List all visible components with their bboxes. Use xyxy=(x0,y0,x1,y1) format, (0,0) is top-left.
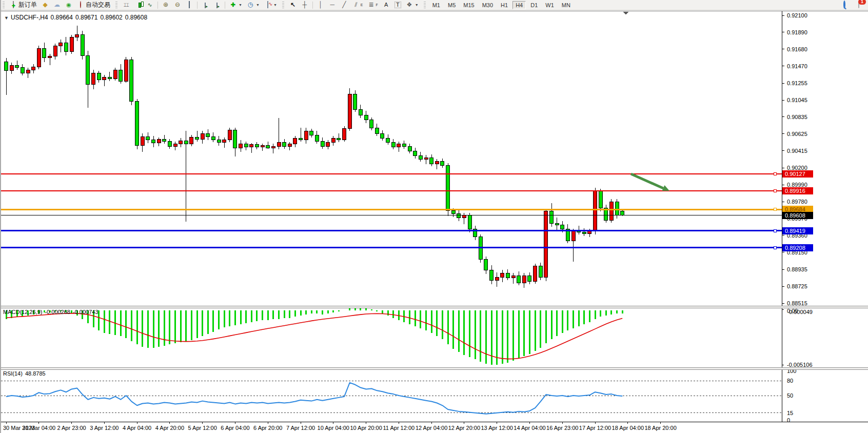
chart-window: ▼USDCHF-,H40.896640.896710.896020.89608 … xyxy=(1,11,868,433)
panel-splitter[interactable] xyxy=(1,367,868,370)
toolbar-gripper[interactable] xyxy=(3,2,5,9)
equidistant-channel-button[interactable]: ⫽E xyxy=(351,1,365,10)
autotrading-icon xyxy=(80,1,81,8)
zoom-out-button[interactable]: ⊖ xyxy=(172,1,183,10)
rsi-line xyxy=(6,383,622,414)
timeframe-button-m5[interactable]: M5 xyxy=(445,1,459,9)
time-axis-label: 6 Apr 04:00 xyxy=(221,425,249,431)
price-axis-label: 0.88935 xyxy=(787,266,807,272)
chat-notification-badge: 1 xyxy=(858,0,866,5)
chart-symbol-period: USDCHF-,H4 xyxy=(11,14,48,21)
main-toolbar: 新订单 ◆ ☁︎ ◉ 自动交易 ⌶⌶ ∿ ⊕ ⊖ ▸ ▸ ✚▼ ◷▼ ▼ xyxy=(1,0,868,10)
timeframe-button-m15[interactable]: M15 xyxy=(460,1,477,9)
price-axis-label: 0.90415 xyxy=(787,148,807,154)
price-hline-0.89916[interactable]: 0.89916 xyxy=(1,187,813,194)
text-label-button[interactable]: T xyxy=(393,1,403,10)
vertical-line-button[interactable]: │ xyxy=(315,1,326,10)
timeframes-menu-button[interactable]: ◷▼ xyxy=(245,1,261,10)
signals-button[interactable]: ◉ xyxy=(64,1,74,10)
toolbar-gripper[interactable] xyxy=(282,2,284,9)
toolbar-gripper[interactable] xyxy=(424,2,426,9)
panel-splitter[interactable] xyxy=(1,306,868,308)
auto-arrange-button[interactable]: ▸ xyxy=(200,1,210,10)
price-hline-0.89419[interactable]: 0.89419 xyxy=(1,227,813,234)
cursor-button[interactable]: ↖ xyxy=(288,1,298,10)
bar-chart-button[interactable]: ⌶⌶ xyxy=(121,1,131,10)
macd-axis-max-label: 0.000049 xyxy=(789,309,813,315)
rsi-axis-label: 50 xyxy=(787,392,793,399)
indicators-icon xyxy=(267,1,268,8)
text-icon: A xyxy=(383,2,390,8)
rsi-axis-label: 80 xyxy=(787,378,793,384)
arrows-button[interactable]: ❖▼ xyxy=(404,1,420,10)
time-axis-label: 16 Apr 23:00 xyxy=(546,425,578,431)
timeframe-button-w1[interactable]: W1 xyxy=(542,1,557,9)
chat-button[interactable]: 1 xyxy=(854,1,864,10)
rsi-panel-canvas[interactable]: 1008050150 xyxy=(1,369,868,422)
price-hline-0.90127[interactable]: 0.90127 xyxy=(1,170,813,178)
trend-arrow-annotation[interactable] xyxy=(631,174,669,191)
cursor-icon: ↖ xyxy=(289,2,297,8)
time-axis[interactable]: 30 Mar 202331 Mar 04:002 Apr 23:003 Apr … xyxy=(1,422,868,433)
timeframe-button-h1[interactable]: H1 xyxy=(498,1,511,9)
vertical-line-icon: │ xyxy=(317,2,324,8)
candlestick-chart-button[interactable] xyxy=(133,1,143,10)
price-hline-0.89684[interactable]: 0.89684 xyxy=(1,206,813,213)
price-axis-label: 0.91680 xyxy=(787,46,807,52)
horizontal-line-button[interactable]: ─ xyxy=(327,1,338,10)
timeframe-toolbar: M1M5M15M30H1H4D1W1MN xyxy=(427,1,576,9)
timeframe-button-m30[interactable]: M30 xyxy=(479,1,496,9)
price-chart-canvas[interactable]: 0.921000.918900.916800.914700.912550.910… xyxy=(1,11,868,306)
fibonacci-icon: ≣ xyxy=(367,2,374,8)
autotrading-button[interactable]: 自动交易 xyxy=(75,1,112,10)
line-chart-icon: ∿ xyxy=(146,2,153,8)
timeframe-button-h4[interactable]: H4 xyxy=(512,1,526,9)
new-order-label: 新订单 xyxy=(18,1,37,9)
search-button[interactable] xyxy=(839,1,850,10)
timeframe-button-mn[interactable]: MN xyxy=(559,1,574,9)
price-axis-label: 0.91255 xyxy=(787,80,807,86)
timeframe-button-m1[interactable]: M1 xyxy=(429,1,443,9)
time-axis-label: 3 Apr 12:00 xyxy=(90,425,119,431)
trendline-button[interactable]: ╱ xyxy=(339,1,349,10)
line-chart-button[interactable]: ∿ xyxy=(145,1,155,10)
price-axis-label: 0.90200 xyxy=(787,165,807,171)
tile-windows-button[interactable] xyxy=(184,1,194,10)
styler-button[interactable]: ◆ xyxy=(40,1,50,10)
price-axis-label: 0.92100 xyxy=(787,12,807,18)
macd-panel-canvas[interactable]: 0.000.000049-0.005106 xyxy=(1,307,868,367)
auto-arrange-icon: ▸ xyxy=(205,3,206,8)
community-icon: ☁︎ xyxy=(53,2,61,8)
ohlc-low: 0.89602 xyxy=(100,14,122,21)
price-line-tag: 0.89419 xyxy=(785,228,805,234)
time-axis-label: 10 Apr 04:00 xyxy=(318,425,349,431)
rsi-axis-label: 0 xyxy=(787,417,790,422)
timeframe-button-d1[interactable]: D1 xyxy=(527,1,541,9)
time-axis-label: 5 Apr 12:00 xyxy=(188,425,217,431)
community-button[interactable]: ☁︎ xyxy=(52,1,62,10)
rsi-axis-label: 15 xyxy=(787,410,793,416)
macd-axis-min-label: -0.005106 xyxy=(787,362,813,367)
price-hline-0.89208[interactable]: 0.89208 xyxy=(1,244,813,251)
crosshair-button[interactable]: ┼ xyxy=(300,1,310,10)
new-chart-icon: ✚ xyxy=(229,2,236,8)
chart-shift-button[interactable]: ▸ xyxy=(212,1,222,10)
time-axis-label: 4 Apr 20:00 xyxy=(155,425,184,431)
chart-shift-marker-icon[interactable] xyxy=(623,12,628,15)
indicators-menu-button[interactable]: ▼ xyxy=(263,1,279,10)
tile-windows-icon xyxy=(189,1,190,8)
new-chart-button[interactable]: ✚▼ xyxy=(228,1,244,10)
styler-icon: ◆ xyxy=(42,2,49,8)
new-order-button[interactable]: 新订单 xyxy=(8,1,38,10)
chart-shift-icon: ▸ xyxy=(216,3,218,8)
price-hline-0.89608[interactable]: 0.89608 xyxy=(1,212,813,219)
zoom-in-button[interactable]: ⊕ xyxy=(161,1,171,10)
text-button[interactable]: A xyxy=(381,1,391,10)
fibonacci-button[interactable]: ≣F xyxy=(366,1,379,10)
price-axis-label: 0.91045 xyxy=(787,97,807,103)
collapse-ohlc-icon[interactable]: ▼ xyxy=(4,15,9,21)
ohlc-high: 0.89671 xyxy=(75,14,97,21)
toolbar-gripper[interactable] xyxy=(115,2,117,9)
rsi-value: 48.8785 xyxy=(25,370,46,377)
horizontal-line-icon: ─ xyxy=(329,2,336,8)
